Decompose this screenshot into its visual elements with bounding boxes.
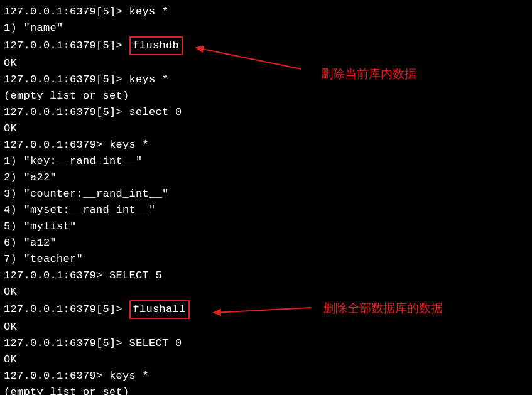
output-line: 1) "key:__rand_int__" (4, 155, 143, 167)
highlighted-command-flushdb: flushdb (129, 36, 183, 55)
output-line: OK (4, 122, 17, 134)
output-line: OK (4, 57, 17, 69)
output-line: 4) "myset:__rand_int__" (4, 204, 156, 216)
output-line: (empty list or set) (4, 90, 129, 102)
prompt: 127.0.0.1:6379[5]> (4, 106, 129, 118)
prompt: 127.0.0.1:6379> (4, 269, 109, 281)
prompt: 127.0.0.1:6379[5]> (4, 40, 129, 51)
output-line: OK (4, 286, 17, 298)
output-line: (empty list or set) (4, 386, 129, 395)
output-line: 6) "a12" (4, 237, 57, 249)
command: SELECT 0 (129, 337, 182, 349)
prompt: 127.0.0.1:6379[5]> (4, 337, 129, 349)
output-line: 5) "mylist" (4, 220, 77, 232)
output-line: OK (4, 354, 17, 365)
prompt: 127.0.0.1:6379[5]> (4, 6, 129, 18)
annotation-flushdb: 删除当前库内数据 (321, 66, 416, 82)
command: keys * (109, 139, 149, 151)
prompt: 127.0.0.1:6379[5]> (4, 303, 129, 315)
command: keys * (129, 73, 169, 85)
command: select 0 (129, 106, 182, 118)
highlighted-command-flushall: flushall (129, 300, 190, 319)
output-line: 2) "a22" (4, 171, 57, 183)
prompt: 127.0.0.1:6379> (4, 370, 109, 382)
command: keys * (129, 6, 169, 18)
output-line: OK (4, 321, 17, 333)
prompt: 127.0.0.1:6379[5]> (4, 73, 129, 85)
output-line: 1) "name" (4, 22, 63, 34)
output-line: 7) "teacher" (4, 253, 83, 265)
command: SELECT 5 (109, 269, 162, 281)
command: keys * (109, 370, 149, 382)
prompt: 127.0.0.1:6379> (4, 139, 109, 151)
output-line: 3) "counter:__rand_int__" (4, 188, 169, 200)
terminal-output: 127.0.0.1:6379[5]> keys * 1) "name" 127.… (4, 4, 528, 395)
annotation-flushall: 删除全部数据库的数据 (323, 300, 443, 317)
